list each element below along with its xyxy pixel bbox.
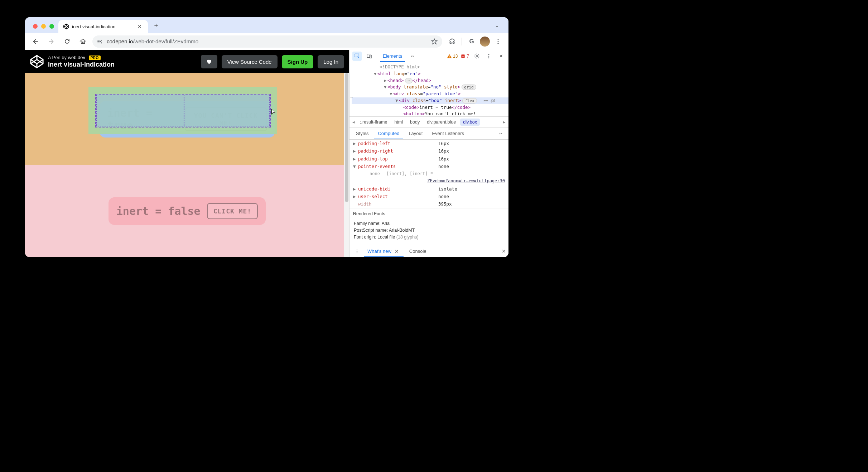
devtools-menu-button[interactable]	[484, 52, 493, 61]
styles-tab[interactable]: Styles	[352, 127, 372, 139]
url-text: codepen.io/web-dot-dev/full/ZEvdmmo	[107, 38, 198, 44]
tab-strip: inert visual-indication ✕ ＋	[25, 17, 508, 33]
devtools-toolbar: Elements 13 7 ✕	[349, 50, 508, 62]
svg-point-12	[488, 54, 490, 55]
inert-button: You can't click me!	[185, 107, 267, 131]
codepen-favicon	[63, 24, 69, 29]
back-button[interactable]	[29, 35, 42, 48]
page-scrollbar[interactable]	[344, 73, 349, 257]
site-settings-icon[interactable]	[97, 39, 103, 44]
minimize-window-button[interactable]	[41, 24, 46, 29]
source-link[interactable]: ZEvdmmo?anon=tr…ew=fullpage:30	[427, 178, 505, 184]
crumb-iframe[interactable]: :.result-iframe	[357, 119, 390, 126]
crumbs-right-arrow-icon[interactable]: ▸	[502, 119, 506, 125]
content-area: A Pen by web.dev PRO inert visual-indica…	[25, 50, 508, 257]
pen-by-prefix: A Pen by	[48, 55, 68, 60]
whats-new-tab[interactable]: What's new ✕	[364, 245, 404, 257]
drawer-close-button[interactable]: ✕	[502, 249, 506, 254]
console-tab[interactable]: Console	[406, 245, 430, 257]
forward-button[interactable]	[45, 35, 57, 48]
dom-tree[interactable]: <!DOCTYPE html> ▼<html lang="en"> ▶<head…	[349, 62, 508, 117]
svg-point-16	[357, 251, 357, 251]
svg-point-3	[498, 39, 499, 40]
crumb-box[interactable]: div.box	[460, 119, 480, 126]
svg-point-1	[100, 41, 101, 42]
browser-tab[interactable]: inert visual-indication ✕	[58, 20, 148, 33]
google-account-button[interactable]: G	[466, 35, 478, 48]
all-tabs-button[interactable]	[492, 24, 505, 33]
window-controls	[29, 24, 58, 33]
svg-point-15	[357, 249, 357, 250]
styles-subtabs: Styles Computed Layout Event Listeners	[349, 127, 508, 140]
bookmark-star-icon[interactable]	[431, 38, 438, 45]
row-inert-true: inert = true You can't click me!	[25, 73, 349, 165]
reload-button[interactable]	[61, 35, 73, 48]
more-tabs-button[interactable]	[408, 52, 417, 61]
subtabs-more-button[interactable]	[496, 129, 506, 138]
drawer-menu-button[interactable]	[352, 247, 362, 256]
pro-badge: PRO	[89, 56, 101, 60]
browser-window: inert visual-indication ✕ ＋ codepen.io/w…	[25, 17, 508, 257]
browser-toolbar: codepen.io/web-dot-dev/full/ZEvdmmo G	[25, 33, 508, 50]
profile-avatar[interactable]	[480, 37, 490, 47]
pen-title: inert visual-indication	[48, 61, 115, 69]
svg-point-17	[357, 252, 357, 253]
breadcrumb-bar: ◂ :.result-iframe html body div.parent.b…	[349, 117, 508, 127]
tab-title: inert visual-indication	[72, 24, 134, 29]
svg-point-14	[488, 57, 490, 58]
svg-point-4	[498, 41, 499, 42]
view-source-button[interactable]: View Source Code	[222, 55, 278, 68]
crumb-body[interactable]: body	[407, 119, 423, 126]
address-bar[interactable]: codepen.io/web-dot-dev/full/ZEvdmmo	[92, 35, 442, 48]
page: A Pen by web.dev PRO inert visual-indica…	[25, 50, 349, 257]
drawer-tabs: What's new ✕ Console ✕	[349, 245, 508, 257]
box-inert-false: inert = false Click me!	[108, 197, 266, 225]
svg-rect-10	[462, 56, 464, 56]
sign-up-button[interactable]: Sign Up	[282, 55, 314, 68]
box-inert-true: inert = true You can't click me!	[100, 101, 275, 138]
svg-point-11	[476, 55, 477, 57]
crumbs-left-arrow-icon[interactable]: ◂	[352, 119, 356, 125]
pen-author-link[interactable]: web.dev	[68, 55, 85, 60]
svg-point-0	[101, 39, 102, 40]
log-in-button[interactable]: Log In	[318, 55, 344, 68]
svg-point-5	[498, 43, 499, 44]
code-inert-true: inert = true	[107, 107, 178, 132]
errors-badge[interactable]: 7	[460, 54, 469, 59]
rendered-fonts-heading: Rendered Fonts	[349, 208, 508, 220]
svg-point-13	[488, 56, 490, 57]
new-tab-button[interactable]: ＋	[148, 21, 164, 33]
click-me-button[interactable]: Click me!	[207, 203, 258, 219]
elements-tab[interactable]: Elements	[380, 50, 405, 62]
demo-viewport: inert = true You can't click me! inert =…	[25, 73, 349, 257]
close-window-button[interactable]	[33, 24, 38, 29]
love-button[interactable]	[201, 55, 217, 68]
fullscreen-window-button[interactable]	[49, 24, 54, 29]
devtools-close-button[interactable]: ✕	[496, 52, 506, 61]
warnings-badge[interactable]: 13	[447, 54, 458, 59]
inspect-element-button[interactable]	[352, 52, 362, 61]
whats-new-close-icon[interactable]: ✕	[394, 249, 400, 254]
layout-tab[interactable]: Layout	[405, 127, 426, 139]
crumb-html[interactable]: html	[391, 119, 406, 126]
devtools-settings-button[interactable]	[472, 52, 481, 61]
codepen-meta: A Pen by web.dev PRO inert visual-indica…	[48, 55, 115, 69]
svg-point-2	[101, 42, 102, 43]
event-listeners-tab[interactable]: Event Listeners	[428, 127, 468, 139]
codepen-logo-icon[interactable]	[30, 55, 44, 68]
device-toggle-button[interactable]	[365, 52, 374, 61]
codepen-header: A Pen by web.dev PRO inert visual-indica…	[25, 50, 349, 73]
devtools-panel: Elements 13 7 ✕	[349, 50, 508, 257]
computed-tab[interactable]: Computed	[374, 127, 403, 139]
font-info: Family name: Arial PostScript name: Aria…	[349, 220, 508, 243]
row-inert-false: inert = false Click me!	[25, 165, 349, 257]
code-inert-false: inert = false	[116, 205, 201, 217]
extensions-button[interactable]	[446, 35, 458, 48]
crumb-parent[interactable]: div.parent.blue	[424, 119, 459, 126]
chrome-menu-button[interactable]	[492, 35, 504, 48]
close-tab-button[interactable]: ✕	[136, 24, 143, 29]
home-button[interactable]	[77, 35, 89, 48]
computed-panel[interactable]: ▶padding-left16px ▶padding-right16px ▶pa…	[349, 140, 508, 245]
